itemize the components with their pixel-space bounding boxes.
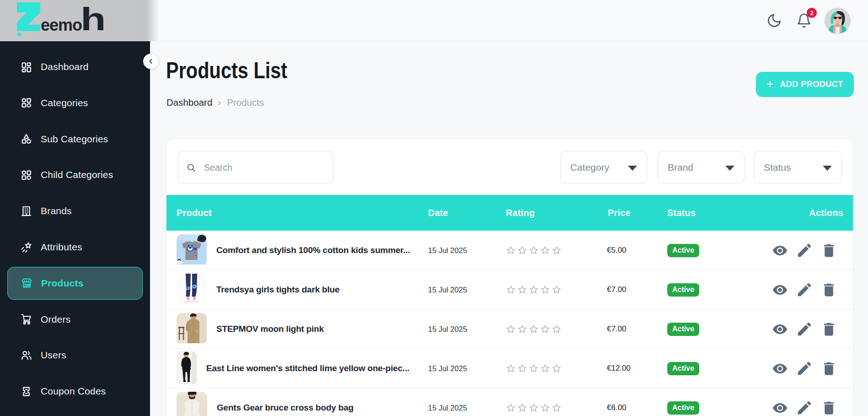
star-icon [529,403,539,413]
table-row: Trendsya girls tights dark blue 15 Jul 2… [166,270,853,309]
status-cell: Active [667,231,699,270]
column-header-product: Product [177,195,212,231]
caret-down-icon [725,166,734,171]
search-input[interactable] [204,162,325,173]
caret-down-icon [628,166,637,171]
category-dropdown-label: Category [570,162,609,173]
topbar-actions: 2 [766,0,868,41]
actions-cell [768,231,853,270]
trash-icon [820,321,837,338]
sidebar-item-categories[interactable]: Categories [7,86,143,119]
date-cell: 15 Jul 2025 [428,349,467,388]
status-badge: Active [667,401,699,415]
edit-button[interactable] [792,388,817,416]
star-icon [552,285,562,295]
sidebar-item-brands[interactable]: Brands [7,194,143,227]
star-icon [506,363,516,373]
users-icon [21,350,32,361]
star-icon [552,403,562,413]
star-icon [529,245,539,255]
main-content: Products List Dashboard › Products + ADD… [150,41,868,416]
sidebar-item-orders[interactable]: Orders [7,303,143,336]
breadcrumb: Dashboard › Products [166,97,264,108]
pencil-icon [796,360,813,377]
view-button[interactable] [768,388,793,416]
pencil-icon [796,320,813,338]
sidebar-item-coupon-codes[interactable]: Coupon Codes [7,375,143,408]
view-button[interactable] [768,309,793,349]
add-product-label: ADD PRODUCT [780,80,843,89]
shapes-icon [21,133,32,145]
breadcrumb-products: Products [227,97,264,108]
status-badge: Active [667,362,699,375]
view-button[interactable] [768,231,793,270]
date-cell: 15 Jul 2025 [428,270,467,309]
actions-cell [768,270,853,309]
star-icon [540,403,550,413]
price-cell: €5.00 [607,231,662,270]
status-dropdown[interactable]: Status [754,151,842,184]
table-header: Product Date Rating Price Status Actions [166,195,853,231]
edit-button[interactable] [792,270,817,309]
sidebar-item-label: Coupon Codes [41,386,106,397]
products-card: Category Brand Status Product Date Ratin… [166,139,853,416]
sidebar-item-child-categories[interactable]: Child Categories [7,158,143,191]
breadcrumb-dashboard[interactable]: Dashboard [166,97,212,108]
sidebar-item-users[interactable]: Users [7,339,143,372]
sidebar-collapse-button[interactable] [143,54,159,69]
sidebar-item-dashboard[interactable]: Dashboard [7,50,143,83]
logo-text-h: h [80,3,106,35]
status-badge: Active [667,244,699,257]
sidebar-item-sub-categories[interactable]: Sub Categories [7,123,143,156]
brand-logo[interactable]: eemo h [0,0,150,41]
dark-mode-toggle[interactable] [766,12,782,29]
search-icon [187,162,196,173]
brand-dropdown[interactable]: Brand [658,151,745,184]
caret-down-icon [823,166,832,171]
view-button[interactable] [768,270,793,309]
product-name: Trendsya girls tights dark blue [216,285,339,295]
star-icon [517,324,527,334]
brand-dropdown-label: Brand [668,162,693,173]
status-cell: Active [667,349,699,388]
add-product-button[interactable]: + ADD PRODUCT [756,72,854,97]
notifications-button[interactable]: 2 [796,12,812,29]
eye-icon [772,282,788,298]
rating-stars [506,349,562,388]
star-icon [517,245,527,255]
delete-button[interactable] [817,309,841,349]
status-badge: Active [667,323,699,336]
star-icon [552,363,562,373]
sidebar-item-label: Sub Categories [41,134,108,145]
search-box [178,151,333,184]
product-name: Gents Gear bruce cross body bag [217,403,354,413]
delete-button[interactable] [817,388,841,416]
categories-icon [21,97,32,108]
eye-icon [772,400,788,416]
sidebar-item-attributes[interactable]: Attributes [7,231,143,264]
date-cell: 15 Jul 2025 [428,309,467,349]
column-header-date: Date [428,195,448,231]
category-dropdown[interactable]: Category [560,151,647,184]
user-avatar[interactable] [825,8,851,34]
page-title: Products List [166,59,287,82]
column-header-price: Price [608,195,631,231]
top-header: eemo h 2 [0,0,868,41]
star-icon [517,285,527,295]
date-cell: 15 Jul 2025 [428,231,467,270]
edit-button[interactable] [792,231,817,270]
trash-icon [820,281,837,298]
building-icon [21,205,32,217]
column-header-status: Status [667,195,696,231]
sidebar-item-products[interactable]: Products [7,267,143,300]
edit-button[interactable] [792,309,817,349]
delete-button[interactable] [817,231,841,270]
delete-button[interactable] [817,270,841,309]
star-icon [552,245,562,255]
edit-button[interactable] [792,349,817,388]
product-name: STEPMOV moon light pink [216,324,324,334]
rating-stars [506,231,562,270]
view-button[interactable] [768,349,793,388]
delete-button[interactable] [817,349,841,388]
sidebar-item-label: Orders [41,314,70,325]
